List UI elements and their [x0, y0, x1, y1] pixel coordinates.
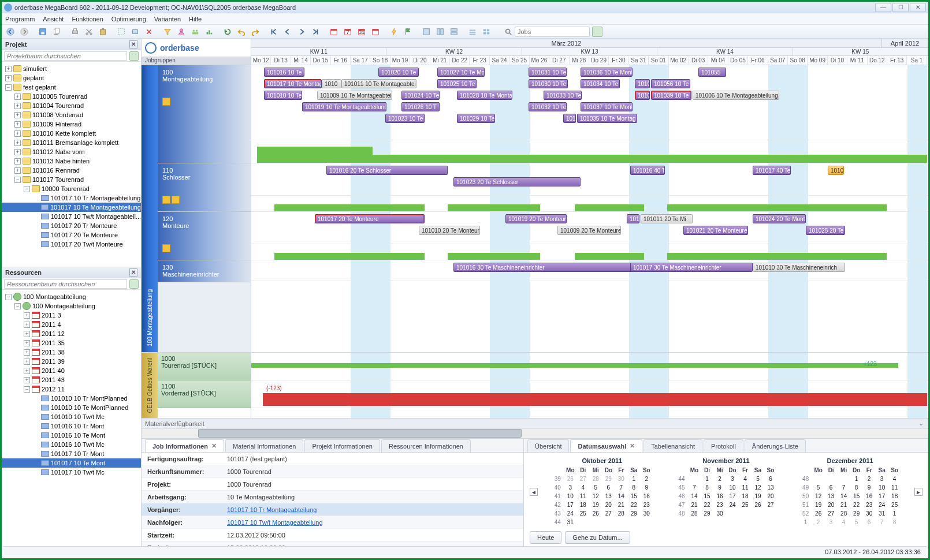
cal31-icon[interactable]: 31 — [355, 26, 368, 38]
gantt-task[interactable]: 101019 20 Te Monteure — [505, 214, 567, 223]
undo-icon[interactable] — [235, 26, 248, 38]
calendar-day[interactable]: 27 — [764, 501, 777, 509]
toolbar-search-input[interactable] — [515, 27, 590, 37]
calendar-day[interactable]: 1 — [701, 475, 713, 483]
gantt-task[interactable]: 1010 — [627, 214, 639, 223]
tree-node[interactable]: +101011 Bremsanlage komplett — [2, 138, 141, 147]
tree-node[interactable]: 101017 10 Tr Mont — [2, 449, 141, 458]
project-panel-close-icon[interactable]: ✕ — [129, 40, 137, 48]
calendar-day[interactable]: 29 — [602, 475, 615, 483]
calendar-day[interactable] — [812, 475, 825, 483]
calendar-day[interactable]: 28 — [688, 509, 701, 518]
calendar-day[interactable]: 13 — [602, 492, 615, 501]
gantt-task[interactable]: 101039 10 Te — [651, 91, 691, 100]
tree-node[interactable]: −100 Montageabteilung — [2, 301, 141, 311]
save-icon[interactable] — [36, 26, 49, 38]
calendar-day[interactable]: 1 — [627, 475, 640, 483]
tree-node[interactable]: 101017 10 Tw/t Mc — [2, 468, 141, 477]
expand-icon[interactable]: + — [5, 75, 12, 81]
calendar-day[interactable]: 27 — [576, 475, 589, 483]
calendar-day[interactable]: 4 — [576, 483, 589, 492]
expand-icon[interactable]: + — [14, 158, 21, 165]
tree-node[interactable]: +101016 Rennrad — [2, 166, 141, 175]
info-value[interactable]: 101017 10 Tr Montageabteilung — [222, 506, 317, 513]
calendar-day[interactable]: 12 — [589, 492, 602, 501]
group-icon[interactable] — [189, 26, 202, 38]
tab[interactable]: Änderungs-Liste — [745, 439, 806, 452]
calendar-day[interactable]: 5 — [589, 483, 602, 492]
resource-tree[interactable]: −100 Montageabteilung−100 Montageabteilu… — [2, 290, 141, 548]
expand-icon[interactable]: + — [24, 312, 30, 319]
tree-node[interactable]: 101017 10 Te Montageabteilung — [2, 203, 141, 212]
menu-hilfe[interactable]: Hilfe — [189, 16, 202, 23]
gantt-task[interactable]: 101035 10 Te Montag — [577, 114, 637, 123]
back-button[interactable] — [4, 26, 17, 38]
calendar-day[interactable]: 29 — [627, 509, 640, 518]
expand-icon[interactable]: + — [24, 322, 30, 328]
calendar-day[interactable]: 30 — [615, 475, 627, 483]
calendar-day[interactable]: 7 — [688, 483, 701, 492]
project-tree[interactable]: +simuliert+geplant−fest geplant+1010005 … — [2, 62, 141, 267]
calendar-day[interactable]: 20 — [764, 492, 777, 501]
collapse-icon[interactable]: − — [14, 177, 21, 183]
tree-node[interactable]: +101004 Tourenrad — [2, 101, 141, 110]
calendar-day[interactable]: 9 — [640, 483, 653, 492]
calendar-day[interactable]: 18 — [888, 492, 901, 501]
calendar-day[interactable]: 2 — [863, 475, 876, 483]
gantt-task[interactable]: 101027 10 Te Montageabt — [437, 68, 485, 77]
delete-icon[interactable] — [143, 26, 155, 38]
project-search-input[interactable] — [4, 51, 127, 61]
calendar-day[interactable]: 28 — [589, 475, 602, 483]
calendar-day[interactable] — [688, 475, 701, 483]
tree-node[interactable]: +101010 Kette komplett — [2, 129, 141, 138]
tab[interactable]: Protokoll — [704, 439, 743, 452]
calendar-day[interactable]: 31 — [876, 509, 888, 518]
tree-node[interactable]: 101017 10 Tw/t Montageabteil... — [2, 212, 141, 221]
calendar-day[interactable]: 11 — [888, 483, 901, 492]
gantt-task[interactable]: 101031 10 Te — [529, 68, 567, 77]
calendar-day[interactable]: 2 — [713, 475, 726, 483]
gantt-task[interactable]: 101019 10 Te Montageabteilung — [302, 102, 386, 111]
calendar-day[interactable]: 2 — [812, 518, 825, 527]
tree-node[interactable]: +2011 3 — [2, 311, 141, 320]
gantt-task[interactable]: 101032 10 Te — [529, 102, 567, 111]
calendar-day[interactable] — [825, 475, 838, 483]
material-group[interactable]: 1000Tourenrad [STÜCK] — [158, 353, 251, 380]
gantt-task[interactable]: 101017 30 Te Maschineneinrichter — [630, 263, 753, 272]
calendar-day[interactable]: 23 — [640, 501, 653, 509]
gantt-task[interactable]: 101016 40 Te S — [630, 166, 665, 175]
expand-icon[interactable]: + — [14, 140, 21, 146]
gantt-group[interactable]: 120Monteure — [158, 212, 251, 260]
minimize-button[interactable]: — — [875, 3, 891, 12]
calendar-day[interactable]: 7 — [615, 483, 627, 492]
calendar-day[interactable] — [627, 518, 640, 527]
calendar-day[interactable]: 6 — [602, 483, 615, 492]
calendar-day[interactable] — [589, 518, 602, 527]
tab[interactable]: Material Informationen — [225, 439, 303, 452]
select-icon[interactable] — [115, 26, 128, 38]
tab-close-icon[interactable]: ✕ — [211, 442, 217, 450]
calendar-day[interactable] — [726, 509, 739, 518]
tree-node[interactable]: −fest geplant — [2, 83, 141, 92]
tree-node[interactable]: 101017 10 Tr Montageabteilung — [2, 193, 141, 203]
expand-icon[interactable]: + — [24, 368, 30, 374]
menu-programm[interactable]: Programm — [5, 16, 35, 23]
calendar-day[interactable]: 10 — [726, 483, 739, 492]
tree-node[interactable]: +101009 Hinterrad — [2, 120, 141, 129]
tab[interactable]: Übersicht — [527, 439, 569, 452]
tab[interactable]: Job Informationen✕ — [145, 439, 224, 452]
calendar-day[interactable]: 26 — [752, 501, 764, 509]
tab[interactable]: Tabellenansicht — [643, 439, 702, 452]
tree-node[interactable]: 101010 10 Tw/t Mc — [2, 412, 141, 421]
prev-icon[interactable] — [281, 26, 294, 38]
gantt-task[interactable]: 101055 — [698, 68, 726, 77]
resource-panel-close-icon[interactable]: ✕ — [129, 268, 137, 277]
calendar-day[interactable]: 27 — [825, 509, 838, 518]
calendar-day[interactable]: 12 — [812, 492, 825, 501]
expand-icon[interactable]: + — [14, 149, 21, 155]
calendar-day[interactable]: 11 — [576, 492, 589, 501]
cal-next-button[interactable]: ► — [914, 488, 922, 496]
calendar-day[interactable]: 30 — [863, 509, 876, 518]
gantt-task[interactable]: 101025 10 Te — [437, 79, 477, 88]
calendar-day[interactable] — [602, 518, 615, 527]
